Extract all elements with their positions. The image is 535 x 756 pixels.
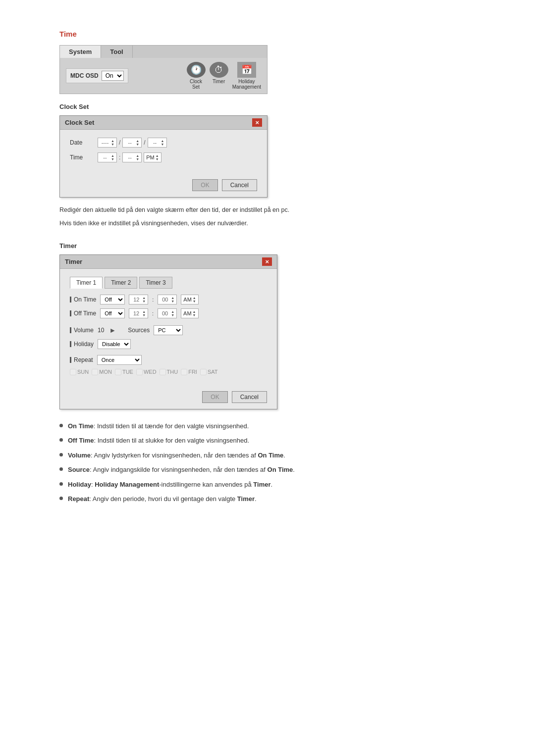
- date-val1: ----: [100, 140, 110, 146]
- timer-subsection-label: Timer: [59, 242, 476, 250]
- on-time-ampm-spinner[interactable]: AM ▲▼: [181, 295, 198, 304]
- timer-tab1[interactable]: Timer 1: [70, 277, 103, 289]
- date-arrows2[interactable]: ▲▼: [136, 139, 139, 146]
- bullet-volume-on-time: On Time: [258, 452, 283, 459]
- on-time-ampm-arrows[interactable]: ▲▼: [193, 296, 196, 303]
- day-sun: SUN: [70, 369, 89, 375]
- on-time-label: On Time: [70, 296, 96, 303]
- bullet-list: On Time: Indstil tiden til at tænde for …: [59, 421, 476, 504]
- bullet-dot-2: [59, 438, 63, 442]
- timer-icon: ⏱: [210, 62, 228, 78]
- pm-arrows[interactable]: ▲▼: [156, 154, 159, 161]
- date-row: Date ---- ▲▼ / -- ▲▼ / -- ▲▼: [70, 138, 257, 148]
- date-spinner2[interactable]: -- ▲▼: [122, 138, 142, 148]
- clock-modal-body: Date ---- ▲▼ / -- ▲▼ / -- ▲▼: [60, 130, 267, 175]
- date-arrows1[interactable]: ▲▼: [111, 139, 114, 146]
- day-wed-checkbox[interactable]: [136, 369, 143, 375]
- day-sat-label: SAT: [208, 369, 218, 375]
- date-spinner3[interactable]: -- ▲▼: [148, 138, 167, 148]
- timer-ok-button[interactable]: OK: [202, 391, 227, 403]
- bullet-dot-3: [59, 453, 63, 456]
- holiday-select[interactable]: Disable Enable: [98, 339, 131, 349]
- clock-close-button[interactable]: ×: [252, 118, 262, 127]
- time-arrows1[interactable]: ▲▼: [111, 154, 114, 161]
- timer-tabs: Timer 1 Timer 2 Timer 3: [70, 277, 267, 289]
- off-time-row: Off Time Off On 12 ▲▼ : 00 ▲▼ AM ▲▼: [70, 308, 267, 318]
- time-sep: :: [119, 154, 120, 161]
- on-time-m-arrows[interactable]: ▲▼: [171, 296, 174, 303]
- off-time-h-arrows[interactable]: ▲▼: [142, 310, 146, 317]
- timer-cancel-button[interactable]: Cancel: [232, 391, 267, 403]
- on-time-min-spinner[interactable]: 00 ▲▼: [158, 295, 177, 304]
- system-panel: System Tool MDC OSD On Off 🕐 ClockSet ⏱ …: [59, 45, 268, 94]
- tab-system[interactable]: System: [60, 46, 101, 58]
- timer-tab2[interactable]: Timer 2: [105, 277, 137, 289]
- clock-cancel-button[interactable]: Cancel: [222, 179, 257, 191]
- bullet-source-on-time: On Time: [268, 466, 293, 473]
- pm-spinner[interactable]: PM ▲▼: [144, 152, 161, 162]
- off-time-text: Off Time: [74, 310, 96, 317]
- off-time-hour-spinner[interactable]: 12 ▲▼: [129, 308, 148, 318]
- day-mon-label: MON: [99, 369, 112, 375]
- date-spinner-group: ---- ▲▼ / -- ▲▼ / -- ▲▼: [98, 138, 167, 148]
- time-arrows2[interactable]: ▲▼: [136, 154, 139, 161]
- timer-label: Timer: [213, 79, 225, 84]
- day-fri-checkbox[interactable]: [181, 369, 187, 375]
- on-time-text: On Time: [74, 296, 96, 303]
- timer-modal: Timer × Timer 1 Timer 2 Timer 3 On Time …: [59, 254, 277, 409]
- off-time-select[interactable]: Off On: [100, 308, 125, 318]
- mdc-select[interactable]: On Off: [102, 71, 124, 81]
- repeat-select[interactable]: Once Every Day Every Week: [97, 355, 142, 365]
- day-sat: SAT: [200, 369, 218, 375]
- day-tue-checkbox[interactable]: [115, 369, 121, 375]
- sources-select[interactable]: PC HDMI DVI: [154, 325, 183, 335]
- clock-set-icon-item[interactable]: 🕐 ClockSet: [187, 62, 206, 90]
- off-time-bar: [70, 310, 71, 316]
- time-spinner-group: -- ▲▼ : -- ▲▼ PM ▲▼: [98, 152, 161, 162]
- off-time-label: Off Time: [70, 310, 96, 317]
- off-time-min-spinner[interactable]: 00 ▲▼: [158, 308, 177, 318]
- time-spinner2[interactable]: -- ▲▼: [122, 152, 142, 162]
- time-section-title: Time: [59, 30, 476, 38]
- holiday-text: Holiday: [74, 341, 94, 348]
- on-time-select[interactable]: Off On: [100, 295, 125, 304]
- bullet-on-time-text: On Time: Indstil tiden til at tænde for …: [68, 421, 249, 431]
- mdc-row: MDC OSD On Off: [66, 68, 128, 83]
- clock-ok-button[interactable]: OK: [192, 179, 217, 191]
- system-body: MDC OSD On Off 🕐 ClockSet ⏱ Timer 📅 Holi…: [60, 58, 267, 94]
- bullet-dot-6: [59, 497, 63, 500]
- timer-tab3[interactable]: Timer 3: [139, 277, 172, 289]
- clock-desc2: Hvis tiden ikke er indstillet på visning…: [59, 219, 476, 228]
- off-time-ampm-spinner[interactable]: AM ▲▼: [181, 308, 198, 318]
- date-spinner1[interactable]: ---- ▲▼: [98, 138, 117, 148]
- volume-arrow[interactable]: ►: [109, 326, 116, 334]
- off-time-min: 00: [160, 310, 170, 316]
- bullet-holiday-timer: Timer: [253, 481, 270, 488]
- on-time-h-arrows[interactable]: ▲▼: [142, 296, 146, 303]
- time-spinner1[interactable]: -- ▲▼: [98, 152, 117, 162]
- on-time-row: On Time Off On 12 ▲▼ : 00 ▲▼ AM ▲▼: [70, 295, 267, 304]
- timer-footer: OK Cancel: [60, 387, 277, 409]
- day-sat-checkbox[interactable]: [200, 369, 207, 375]
- off-time-m-arrows[interactable]: ▲▼: [171, 310, 174, 317]
- date-arrows3[interactable]: ▲▼: [161, 139, 164, 146]
- volume-label: Volume: [70, 327, 94, 334]
- time-label: Time: [70, 154, 95, 161]
- day-sun-checkbox[interactable]: [70, 369, 76, 375]
- holiday-row: Holiday Disable Enable: [70, 339, 267, 349]
- date-val2: --: [125, 140, 135, 146]
- bullet-volume-term: Volume: [68, 452, 91, 459]
- timer-icon-item[interactable]: ⏱ Timer: [210, 62, 228, 90]
- bullet-repeat: Repeat: Angiv den periode, hvori du vil …: [59, 494, 476, 504]
- bullet-on-time-term: On Time: [68, 422, 94, 430]
- day-mon-checkbox[interactable]: [92, 369, 98, 375]
- tab-tool[interactable]: Tool: [101, 46, 132, 58]
- holiday-bar: [70, 341, 71, 347]
- on-time-hour-spinner[interactable]: 12 ▲▼: [129, 295, 148, 304]
- off-time-ampm-arrows[interactable]: ▲▼: [193, 310, 196, 317]
- holiday-label: Holiday: [70, 341, 94, 348]
- clock-modal-header: Clock Set ×: [60, 116, 267, 130]
- day-thu-checkbox[interactable]: [160, 369, 166, 375]
- holiday-icon-item[interactable]: 📅 HolidayManagement: [232, 62, 261, 90]
- timer-close-button[interactable]: ×: [262, 257, 272, 266]
